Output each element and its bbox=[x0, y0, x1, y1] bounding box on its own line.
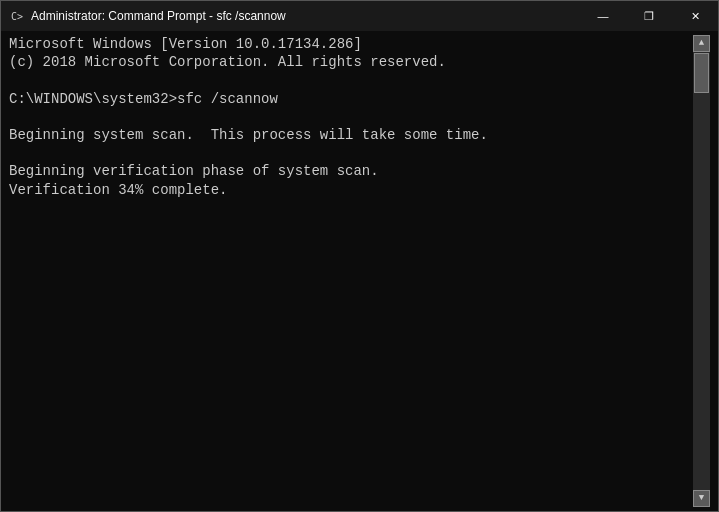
terminal-body[interactable]: Microsoft Windows [Version 10.0.17134.28… bbox=[1, 31, 718, 511]
titlebar-controls: — ❐ ✕ bbox=[580, 1, 718, 31]
scrollbar-track bbox=[693, 52, 710, 490]
close-button[interactable]: ✕ bbox=[672, 1, 718, 31]
cmd-icon: C> bbox=[9, 8, 25, 24]
minimize-button[interactable]: — bbox=[580, 1, 626, 31]
scrollbar[interactable]: ▲ ▼ bbox=[693, 35, 710, 507]
scroll-down-button[interactable]: ▼ bbox=[693, 490, 710, 507]
command-prompt-window: C> Administrator: Command Prompt - sfc /… bbox=[0, 0, 719, 512]
restore-button[interactable]: ❐ bbox=[626, 1, 672, 31]
titlebar-left: C> Administrator: Command Prompt - sfc /… bbox=[9, 8, 286, 24]
svg-text:C>: C> bbox=[11, 11, 23, 22]
scroll-up-button[interactable]: ▲ bbox=[693, 35, 710, 52]
titlebar-title: Administrator: Command Prompt - sfc /sca… bbox=[31, 9, 286, 23]
terminal-content: Microsoft Windows [Version 10.0.17134.28… bbox=[9, 35, 693, 507]
scrollbar-thumb[interactable] bbox=[694, 53, 709, 93]
titlebar: C> Administrator: Command Prompt - sfc /… bbox=[1, 1, 718, 31]
